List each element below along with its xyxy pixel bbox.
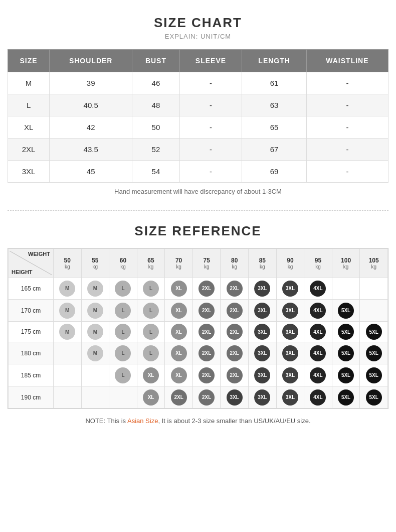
size-badge: 4XL bbox=[310, 367, 326, 383]
size-badge: 4XL bbox=[310, 281, 326, 297]
ref-size-cell: 2XL bbox=[221, 322, 249, 342]
table-cell: 43.5 bbox=[50, 139, 132, 161]
size-reference-table-wrapper: WEIGHT HEIGHT 50kg55kg60kg65kg70kg75kg80… bbox=[8, 248, 388, 409]
ref-size-cell: 5XL bbox=[360, 322, 388, 342]
size-badge: M bbox=[87, 324, 103, 340]
corner-header-cell: WEIGHT HEIGHT bbox=[9, 249, 54, 278]
table-cell: XL bbox=[8, 116, 50, 139]
size-badge: 2XL bbox=[227, 324, 243, 340]
size-badge: 2XL bbox=[199, 324, 215, 340]
size-badge: 5XL bbox=[366, 367, 382, 383]
size-badge: M bbox=[59, 281, 75, 297]
ref-size-cell: 3XL bbox=[276, 322, 304, 342]
table-cell: 50 bbox=[132, 116, 179, 139]
table-cell: 54 bbox=[132, 161, 179, 183]
col-size: SIZE bbox=[8, 50, 50, 72]
weight-header-cell: 50kg bbox=[54, 249, 82, 278]
weight-header-cell: 60kg bbox=[109, 249, 137, 278]
table-cell: L bbox=[8, 94, 50, 116]
size-reference-table: WEIGHT HEIGHT 50kg55kg60kg65kg70kg75kg80… bbox=[8, 248, 388, 409]
size-badge: L bbox=[115, 303, 131, 319]
size-badge: M bbox=[87, 345, 103, 361]
size-badge: 3XL bbox=[282, 345, 298, 361]
ref-size-cell: 3XL bbox=[249, 364, 277, 386]
weight-header-cell: 55kg bbox=[81, 249, 109, 278]
ref-size-cell: 2XL bbox=[221, 342, 249, 364]
ref-size-cell: M bbox=[81, 300, 109, 322]
weight-label: WEIGHT bbox=[28, 251, 50, 257]
weight-header-cell: 100kg bbox=[332, 249, 360, 278]
ref-size-cell: 3XL bbox=[276, 386, 304, 409]
ref-size-cell: 3XL bbox=[249, 278, 277, 300]
ref-size-cell: 3XL bbox=[276, 342, 304, 364]
size-empty bbox=[366, 280, 382, 296]
ref-size-cell: 2XL bbox=[221, 300, 249, 322]
size-badge: XL bbox=[143, 367, 159, 383]
ref-size-cell bbox=[109, 386, 137, 409]
ref-size-cell: 4XL bbox=[304, 342, 332, 364]
bottom-note-text1: NOTE: This is bbox=[85, 417, 127, 425]
size-empty bbox=[115, 388, 131, 405]
height-row-cell: 180 cm bbox=[9, 342, 54, 364]
table-cell: - bbox=[306, 116, 388, 139]
size-badge: 2XL bbox=[199, 303, 215, 319]
size-badge: L bbox=[143, 324, 159, 340]
size-badge: XL bbox=[171, 303, 187, 319]
size-badge: 2XL bbox=[227, 303, 243, 319]
ref-size-cell: M bbox=[81, 322, 109, 342]
size-reference-title: SIZE REFERENCE bbox=[8, 223, 388, 239]
size-badge: 2XL bbox=[199, 345, 215, 361]
ref-size-cell: 5XL bbox=[332, 386, 360, 409]
size-empty bbox=[366, 302, 382, 318]
ref-size-cell: XL bbox=[165, 322, 193, 342]
ref-size-cell: 2XL bbox=[221, 278, 249, 300]
size-badge: L bbox=[115, 367, 131, 383]
size-badge: 3XL bbox=[254, 281, 270, 297]
ref-size-cell: M bbox=[81, 342, 109, 364]
size-badge: L bbox=[115, 281, 131, 297]
ref-size-cell bbox=[81, 386, 109, 409]
size-badge: 3XL bbox=[254, 367, 270, 383]
size-badge: 4XL bbox=[310, 324, 326, 340]
table-cell: - bbox=[179, 116, 242, 139]
asian-size-text: Asian Size bbox=[127, 417, 158, 425]
height-row-cell: 170 cm bbox=[9, 300, 54, 322]
col-waistline: WAISTLINE bbox=[306, 50, 388, 72]
table-cell: 52 bbox=[132, 139, 179, 161]
size-badge: 3XL bbox=[282, 303, 298, 319]
ref-size-cell: 4XL bbox=[304, 322, 332, 342]
size-chart-subtitle: EXPLAIN: UNIT/CM bbox=[8, 33, 388, 40]
size-empty bbox=[59, 388, 75, 405]
weight-header-cell: 80kg bbox=[221, 249, 249, 278]
ref-size-cell: 5XL bbox=[332, 342, 360, 364]
ref-size-cell bbox=[332, 278, 360, 300]
size-badge: 2XL bbox=[227, 345, 243, 361]
section-divider bbox=[8, 210, 388, 211]
size-badge: M bbox=[87, 281, 103, 297]
ref-size-cell: M bbox=[54, 300, 82, 322]
size-badge: 2XL bbox=[199, 281, 215, 297]
ref-size-cell: L bbox=[109, 322, 137, 342]
size-badge: 3XL bbox=[254, 303, 270, 319]
ref-size-cell: L bbox=[109, 342, 137, 364]
table-cell: - bbox=[306, 161, 388, 183]
size-empty bbox=[87, 388, 103, 405]
ref-size-cell: 5XL bbox=[360, 386, 388, 409]
size-badge: 3XL bbox=[282, 281, 298, 297]
ref-size-cell: 5XL bbox=[360, 342, 388, 364]
size-badge: 5XL bbox=[338, 324, 354, 340]
size-empty bbox=[59, 344, 75, 360]
size-badge: L bbox=[143, 281, 159, 297]
ref-size-cell: XL bbox=[165, 364, 193, 386]
size-badge: L bbox=[143, 303, 159, 319]
size-badge: 2XL bbox=[199, 389, 215, 406]
ref-size-cell bbox=[81, 364, 109, 386]
weight-header-cell: 70kg bbox=[165, 249, 193, 278]
ref-size-cell: 4XL bbox=[304, 300, 332, 322]
ref-size-cell: L bbox=[109, 300, 137, 322]
size-badge: 3XL bbox=[282, 367, 298, 383]
ref-size-cell: 2XL bbox=[165, 386, 193, 409]
size-badge: M bbox=[59, 324, 75, 340]
size-chart-title: SIZE CHART bbox=[8, 15, 388, 31]
ref-size-cell: 3XL bbox=[249, 386, 277, 409]
